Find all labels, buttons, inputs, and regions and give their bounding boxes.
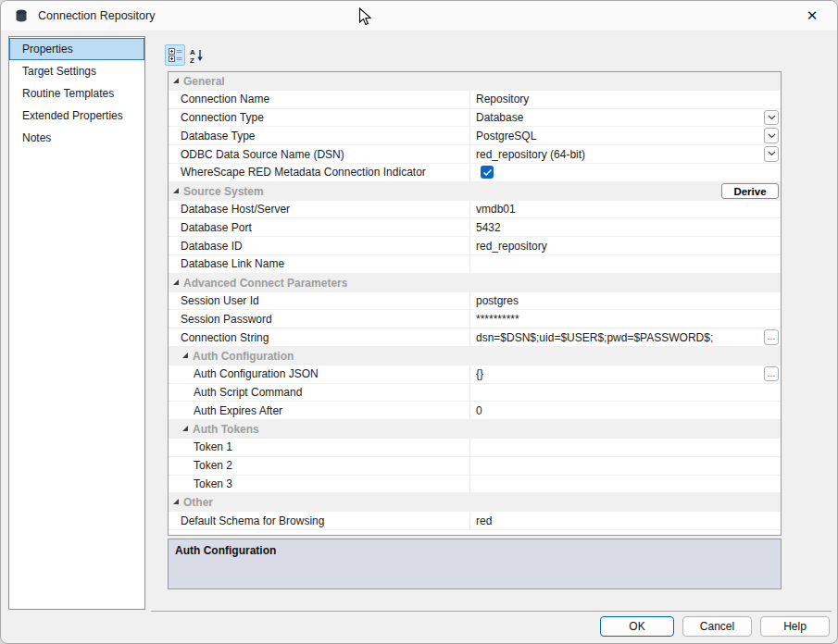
property-value[interactable]: PostgreSQL bbox=[470, 127, 781, 144]
property-label: Connection Name bbox=[169, 91, 470, 108]
section-source-system: Source SystemDerive bbox=[169, 182, 781, 201]
property-row-session-password[interactable]: Session Password********** bbox=[169, 310, 781, 328]
section-label: Auth Configuration bbox=[193, 350, 294, 363]
property-row-default-schema-for-browsing[interactable]: Default Schema for Browsingred bbox=[169, 512, 781, 530]
chevron-down-icon[interactable] bbox=[764, 110, 779, 126]
property-label: Database ID bbox=[169, 237, 470, 254]
property-value[interactable]: red bbox=[470, 512, 781, 529]
checkbox-checked-icon[interactable] bbox=[481, 166, 494, 179]
sidebar-item-extended-properties[interactable]: Extended Properties bbox=[9, 105, 144, 127]
property-label: Token 1 bbox=[169, 439, 470, 456]
property-label: Connection String bbox=[169, 328, 470, 346]
property-row-session-user-id[interactable]: Session User Idpostgres bbox=[169, 292, 781, 311]
ok-button[interactable]: OK bbox=[600, 616, 674, 637]
cancel-button[interactable]: Cancel bbox=[682, 616, 752, 637]
sidebar-item-notes[interactable]: Notes bbox=[9, 127, 144, 149]
property-row-token-3[interactable]: Token 3 bbox=[169, 476, 781, 494]
property-grid: GeneralConnection NameRepositoryConnecti… bbox=[168, 71, 782, 536]
expanded-triangle-icon[interactable] bbox=[182, 353, 188, 358]
property-value[interactable]: dsn=$DSN$;uid=$USER$;pwd=$PASSWORD$; bbox=[470, 328, 781, 346]
property-label: Database Type bbox=[169, 127, 470, 144]
close-icon[interactable]: ✕ bbox=[791, 1, 833, 31]
database-icon bbox=[14, 8, 29, 23]
property-label: Session Password bbox=[169, 310, 470, 328]
property-label: Database Link Name bbox=[169, 255, 470, 273]
section-label: General bbox=[183, 75, 225, 88]
property-value[interactable]: ********** bbox=[470, 310, 781, 328]
property-value[interactable] bbox=[470, 164, 781, 181]
property-value[interactable] bbox=[470, 439, 781, 456]
property-label: Connection Type bbox=[169, 109, 470, 127]
property-row-odbc-data-source-name-dsn[interactable]: ODBC Data Source Name (DSN)red_repositor… bbox=[169, 145, 781, 164]
property-row-auth-expires-after[interactable]: Auth Expires After0 bbox=[169, 402, 781, 420]
section-auth-configuration: Auth Configuration bbox=[169, 347, 781, 365]
sidebar: PropertiesTarget SettingsRoutine Templat… bbox=[8, 36, 145, 610]
sidebar-item-target-settings[interactable]: Target Settings bbox=[9, 60, 144, 82]
property-row-wherescape-red-metadata-connection-indicator[interactable]: WhereScape RED Metadata Connection Indic… bbox=[169, 164, 781, 182]
property-label: ODBC Data Source Name (DSN) bbox=[169, 145, 470, 163]
property-row-auth-configuration-json[interactable]: Auth Configuration JSON{}... bbox=[169, 365, 781, 384]
svg-text:Z: Z bbox=[190, 56, 194, 63]
expanded-triangle-icon[interactable] bbox=[173, 78, 179, 83]
section-label: Source System bbox=[183, 185, 264, 198]
ellipsis-button[interactable]: ... bbox=[764, 329, 779, 345]
property-value[interactable] bbox=[470, 476, 781, 493]
section-general: General bbox=[169, 72, 781, 91]
property-toolbar: A Z bbox=[165, 44, 207, 66]
property-value[interactable]: Database bbox=[470, 109, 781, 127]
property-value[interactable]: Repository bbox=[470, 91, 781, 108]
help-button[interactable]: Help bbox=[760, 616, 830, 637]
mouse-cursor bbox=[358, 7, 372, 31]
property-value[interactable]: red_repository bbox=[470, 237, 781, 254]
description-title: Auth Configuration bbox=[175, 544, 276, 557]
expanded-triangle-icon[interactable] bbox=[173, 279, 179, 285]
expanded-triangle-icon[interactable] bbox=[173, 188, 179, 193]
property-row-database-link-name[interactable]: Database Link Name bbox=[169, 255, 781, 274]
property-value[interactable]: postgres bbox=[470, 292, 781, 310]
categorized-view-icon[interactable] bbox=[165, 44, 185, 66]
section-label: Advanced Connect Parameters bbox=[183, 277, 347, 290]
property-value[interactable]: red_repository (64-bit) bbox=[470, 145, 781, 163]
property-value[interactable]: 0 bbox=[470, 402, 781, 419]
property-value[interactable]: vmdb01 bbox=[470, 201, 781, 218]
property-label: Auth Expires After bbox=[169, 402, 470, 419]
property-row-connection-name[interactable]: Connection NameRepository bbox=[169, 91, 781, 109]
description-pane: Auth Configuration bbox=[168, 539, 782, 589]
section-label: Auth Tokens bbox=[193, 423, 259, 436]
expanded-triangle-icon[interactable] bbox=[173, 499, 179, 504]
sidebar-item-routine-templates[interactable]: Routine Templates bbox=[9, 82, 144, 105]
property-value[interactable]: {} bbox=[470, 365, 781, 383]
property-row-token-1[interactable]: Token 1 bbox=[169, 439, 781, 457]
property-row-database-id[interactable]: Database IDred_repository bbox=[169, 237, 781, 255]
property-label: Default Schema for Browsing bbox=[169, 512, 470, 529]
property-row-auth-script-command[interactable]: Auth Script Command bbox=[169, 384, 781, 402]
window-title: Connection Repository bbox=[38, 9, 155, 22]
sidebar-item-properties[interactable]: Properties bbox=[9, 38, 144, 60]
property-label: WhereScape RED Metadata Connection Indic… bbox=[169, 164, 470, 181]
property-row-database-type[interactable]: Database TypePostgreSQL bbox=[169, 127, 781, 145]
property-value[interactable] bbox=[470, 255, 781, 273]
property-row-connection-string[interactable]: Connection Stringdsn=$DSN$;uid=$USER$;pw… bbox=[169, 328, 781, 347]
property-label: Token 3 bbox=[169, 476, 470, 493]
property-row-token-2[interactable]: Token 2 bbox=[169, 457, 781, 476]
derive-button[interactable]: Derive bbox=[721, 183, 779, 199]
property-label: Auth Script Command bbox=[169, 384, 470, 402]
chevron-down-icon[interactable] bbox=[764, 146, 779, 162]
property-label: Token 2 bbox=[169, 457, 470, 475]
property-value[interactable]: 5432 bbox=[470, 218, 781, 236]
section-advanced-connect-parameters: Advanced Connect Parameters bbox=[169, 274, 781, 292]
property-row-connection-type[interactable]: Connection TypeDatabase bbox=[169, 109, 781, 128]
property-row-database-port[interactable]: Database Port5432 bbox=[169, 218, 781, 237]
ellipsis-button[interactable]: ... bbox=[764, 366, 779, 382]
chevron-down-icon[interactable] bbox=[764, 128, 779, 143]
property-value[interactable] bbox=[470, 384, 781, 402]
property-row-database-host-server[interactable]: Database Host/Servervmdb01 bbox=[169, 201, 781, 219]
title-bar: Connection Repository ✕ bbox=[1, 1, 837, 31]
section-other: Other bbox=[169, 493, 781, 512]
footer-button-bar: OKCancelHelp bbox=[1, 609, 837, 643]
alphabetical-sort-icon[interactable]: A Z bbox=[186, 44, 206, 66]
property-value[interactable] bbox=[470, 457, 781, 475]
property-label: Database Port bbox=[169, 218, 470, 236]
property-label: Session User Id bbox=[169, 292, 470, 310]
expanded-triangle-icon[interactable] bbox=[182, 426, 188, 431]
